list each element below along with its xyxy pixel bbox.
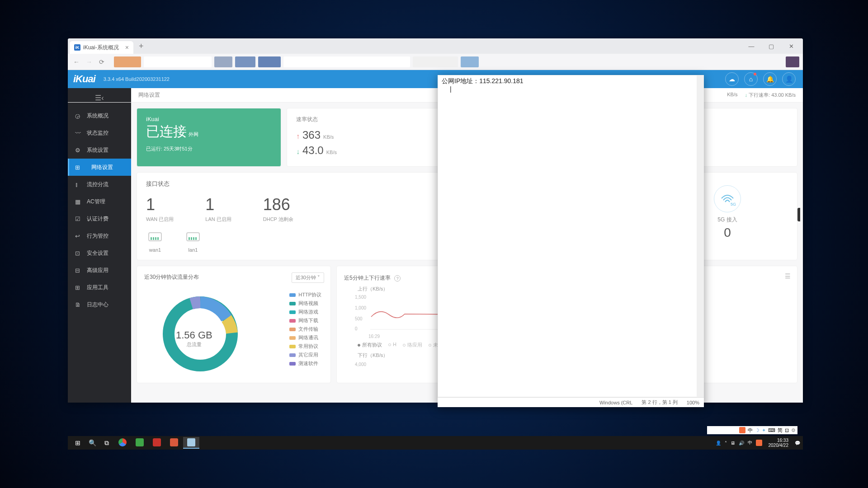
people-icon[interactable]: 👤 — [716, 441, 721, 446]
sidebar-item-auth[interactable]: ☑认证计费 — [68, 210, 131, 227]
gear-icon: ⚙ — [75, 147, 82, 154]
filter-option[interactable]: 所有协议 — [358, 342, 382, 348]
minimize-button[interactable]: — — [741, 39, 761, 53]
address-segment — [283, 56, 410, 67]
cloud-icon[interactable]: ☁ — [725, 72, 739, 86]
address-segment — [235, 56, 255, 67]
address-segment — [786, 56, 799, 67]
notifications-icon[interactable]: 💬 — [795, 441, 800, 446]
list-toggle-icon[interactable]: ☰ — [785, 272, 791, 280]
app-orange[interactable] — [166, 437, 182, 449]
ime-tray[interactable]: 中 ☽ ✦ ⌨ 简 ⊡ ⚙ — [707, 426, 797, 434]
app-green[interactable] — [132, 437, 148, 449]
taskview-icon[interactable]: ⧉ — [99, 436, 114, 449]
bell-icon[interactable]: 🔔 — [763, 72, 777, 86]
port-label: lan1 — [184, 247, 202, 253]
new-tab-button[interactable]: + — [136, 42, 146, 51]
sidebar-item-overview[interactable]: ◶系统概况 — [68, 107, 131, 124]
chrome-app[interactable] — [114, 437, 131, 449]
conn-brand: iKuai — [146, 116, 272, 122]
legend-label: 文件传输 — [298, 326, 318, 333]
legend-item[interactable]: 网络视频 — [289, 300, 321, 307]
maximize-button[interactable]: ▢ — [761, 39, 781, 53]
sidebar-item-behavior[interactable]: ↩行为管控 — [68, 227, 131, 244]
sidebar-item-tools[interactable]: ⊞应用工具 — [68, 279, 131, 296]
side-handle[interactable] — [797, 208, 800, 221]
legend-item[interactable]: 网络下载 — [289, 317, 321, 324]
notepad-statusbar: Windows (CRL 第 2 行，第 1 列 100% — [438, 397, 704, 407]
moon-icon[interactable]: ☽ — [755, 427, 760, 433]
svg-rect-8 — [193, 237, 194, 240]
start-button[interactable]: ⊞ — [71, 436, 85, 449]
sidebar-item-system[interactable]: ⚙系统设置 — [68, 141, 131, 159]
svg-text:4,000: 4,000 — [355, 362, 366, 367]
ime-icon[interactable]: 中 — [748, 440, 752, 446]
svg-rect-4 — [157, 237, 159, 240]
legend-label: 测速软件 — [298, 360, 318, 367]
sidebar-item-logs[interactable]: 🗎日志中心 — [68, 296, 131, 313]
tray-icon[interactable]: ⊡ — [785, 427, 789, 433]
tray-chevron-icon[interactable]: ˄ — [725, 441, 727, 446]
user-icon[interactable]: 👤 — [782, 72, 796, 86]
tray-icon[interactable] — [739, 427, 745, 433]
address-segment — [214, 56, 232, 67]
sidebar-item-monitor[interactable]: 〰状态监控 — [68, 124, 131, 141]
home-icon[interactable]: ⌂ — [744, 72, 758, 86]
clock[interactable]: 16:33 2020/4/22 — [766, 438, 792, 448]
help-icon[interactable]: ? — [394, 275, 401, 282]
time-range-select[interactable]: 近30分钟 ˅ — [292, 272, 324, 283]
legend-item[interactable]: HTTP协议 — [289, 291, 321, 298]
notepad-content[interactable]: 公网IP地址：115.221.90.181 | — [438, 75, 704, 397]
filter-option[interactable]: 络应用 — [403, 342, 422, 348]
conn-status: 已连接 — [146, 124, 187, 139]
display-icon[interactable]: 🖥 — [731, 441, 735, 446]
back-button[interactable]: ← — [71, 58, 81, 66]
sidebar-item-advanced[interactable]: ⊟高级应用 — [68, 262, 131, 279]
filter-option[interactable]: H — [388, 342, 396, 348]
top-icons: ☁ ⌂ 🔔 👤 — [725, 72, 796, 86]
address-segment — [258, 56, 281, 67]
sidebar-item-ac[interactable]: ▦AC管理 — [68, 193, 131, 210]
sidebar-item-flow[interactable]: ⫿流控分流 — [68, 176, 131, 193]
close-button[interactable]: ✕ — [781, 39, 801, 53]
port-lan1[interactable]: lan1 — [184, 231, 202, 253]
rate-text: 下行速率: 43.00 KB/s — [749, 92, 796, 98]
legend-item[interactable]: 测速软件 — [289, 360, 321, 367]
tab-close-icon[interactable]: × — [125, 44, 129, 51]
port-wan1[interactable]: wan1 — [146, 231, 164, 253]
stat-num: 1 — [205, 195, 231, 214]
tray-icon[interactable]: 简 — [778, 427, 783, 434]
legend-item[interactable]: 文件传输 — [289, 326, 321, 333]
version-label: 3.3.4 x64 Build202003231122 — [104, 76, 170, 82]
reload-button[interactable]: ⟳ — [97, 58, 107, 66]
forward-button[interactable]: → — [84, 58, 94, 66]
legend-swatch — [289, 362, 296, 366]
tray-icon[interactable]: ✦ — [762, 427, 766, 433]
status-zoom: 100% — [687, 400, 699, 405]
auth-icon: ☑ — [75, 216, 82, 222]
ime-indicator[interactable]: 中 — [748, 427, 753, 434]
app-red[interactable] — [149, 437, 165, 449]
legend-item[interactable]: 其它应用 — [289, 352, 321, 358]
keyboard-icon[interactable]: ⌨ — [768, 427, 775, 433]
tray-app-icon[interactable] — [756, 440, 762, 446]
sidebar-item-network[interactable]: ⊞网络设置 — [68, 159, 131, 176]
legend-label: 其它应用 — [298, 352, 318, 358]
stat-num: 186 — [263, 195, 293, 214]
svg-rect-9 — [195, 237, 197, 240]
volume-icon[interactable]: 🔊 — [739, 441, 744, 446]
sidebar-item-security[interactable]: ⊡安全设置 — [68, 244, 131, 262]
legend-item[interactable]: 网络游戏 — [289, 309, 321, 315]
search-icon[interactable]: 🔍 — [85, 436, 99, 449]
legend-swatch — [289, 302, 296, 305]
legend-label: 网络通讯 — [298, 334, 318, 341]
gear-icon[interactable]: ⚙ — [791, 427, 796, 433]
notepad-window[interactable]: 公网IP地址：115.221.90.181 | Windows (CRL 第 2… — [438, 75, 704, 407]
scrollbar[interactable] — [697, 75, 704, 397]
legend-item[interactable]: 常用协议 — [289, 343, 321, 350]
notepad-app[interactable] — [183, 437, 199, 449]
wifi-badge: 5G — [731, 202, 736, 206]
browser-tab[interactable]: iK iKuai-系统概况 × — [70, 41, 133, 54]
network-icon: ⊞ — [75, 164, 82, 171]
legend-item[interactable]: 网络通讯 — [289, 334, 321, 341]
